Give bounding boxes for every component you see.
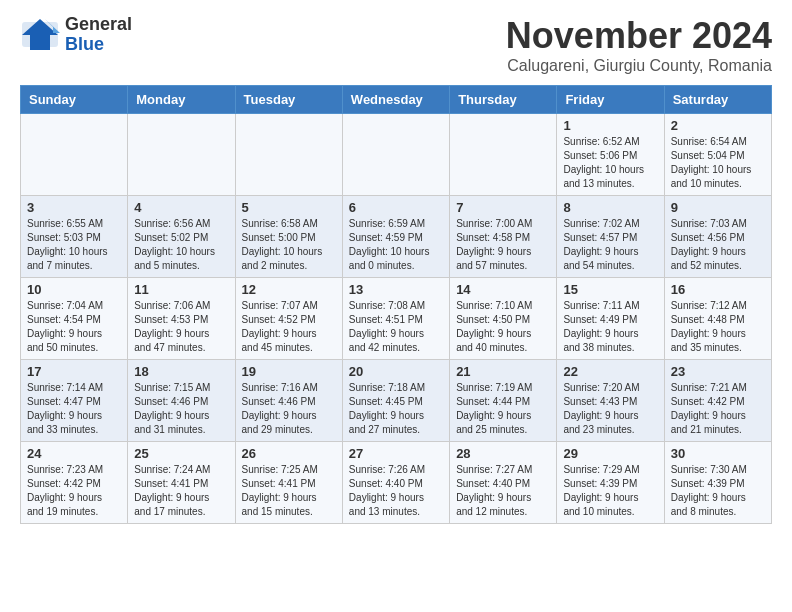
day-number: 14 <box>456 282 550 297</box>
day-info: Sunrise: 7:20 AM Sunset: 4:43 PM Dayligh… <box>563 381 657 437</box>
calendar-week: 3Sunrise: 6:55 AM Sunset: 5:03 PM Daylig… <box>21 196 772 278</box>
day-info: Sunrise: 7:00 AM Sunset: 4:58 PM Dayligh… <box>456 217 550 273</box>
calendar-cell: 30Sunrise: 7:30 AM Sunset: 4:39 PM Dayli… <box>664 442 771 524</box>
day-info: Sunrise: 7:03 AM Sunset: 4:56 PM Dayligh… <box>671 217 765 273</box>
title-section: November 2024 Calugareni, Giurgiu County… <box>506 15 772 75</box>
logo-line2: Blue <box>65 35 132 55</box>
calendar-cell: 24Sunrise: 7:23 AM Sunset: 4:42 PM Dayli… <box>21 442 128 524</box>
calendar-cell: 15Sunrise: 7:11 AM Sunset: 4:49 PM Dayli… <box>557 278 664 360</box>
calendar-cell: 21Sunrise: 7:19 AM Sunset: 4:44 PM Dayli… <box>450 360 557 442</box>
calendar-cell: 10Sunrise: 7:04 AM Sunset: 4:54 PM Dayli… <box>21 278 128 360</box>
day-number: 18 <box>134 364 228 379</box>
day-info: Sunrise: 7:24 AM Sunset: 4:41 PM Dayligh… <box>134 463 228 519</box>
day-number: 17 <box>27 364 121 379</box>
logo-text: General Blue <box>65 15 132 55</box>
day-number: 24 <box>27 446 121 461</box>
day-info: Sunrise: 7:12 AM Sunset: 4:48 PM Dayligh… <box>671 299 765 355</box>
weekday-header: Monday <box>128 86 235 114</box>
calendar-week: 1Sunrise: 6:52 AM Sunset: 5:06 PM Daylig… <box>21 114 772 196</box>
day-number: 9 <box>671 200 765 215</box>
calendar-cell: 13Sunrise: 7:08 AM Sunset: 4:51 PM Dayli… <box>342 278 449 360</box>
day-number: 7 <box>456 200 550 215</box>
day-info: Sunrise: 6:52 AM Sunset: 5:06 PM Dayligh… <box>563 135 657 191</box>
day-info: Sunrise: 7:07 AM Sunset: 4:52 PM Dayligh… <box>242 299 336 355</box>
calendar-cell: 18Sunrise: 7:15 AM Sunset: 4:46 PM Dayli… <box>128 360 235 442</box>
calendar-week: 24Sunrise: 7:23 AM Sunset: 4:42 PM Dayli… <box>21 442 772 524</box>
day-number: 15 <box>563 282 657 297</box>
day-number: 10 <box>27 282 121 297</box>
calendar-cell: 9Sunrise: 7:03 AM Sunset: 4:56 PM Daylig… <box>664 196 771 278</box>
day-info: Sunrise: 7:23 AM Sunset: 4:42 PM Dayligh… <box>27 463 121 519</box>
day-info: Sunrise: 7:30 AM Sunset: 4:39 PM Dayligh… <box>671 463 765 519</box>
day-info: Sunrise: 7:14 AM Sunset: 4:47 PM Dayligh… <box>27 381 121 437</box>
weekday-header-row: SundayMondayTuesdayWednesdayThursdayFrid… <box>21 86 772 114</box>
day-number: 21 <box>456 364 550 379</box>
day-info: Sunrise: 7:18 AM Sunset: 4:45 PM Dayligh… <box>349 381 443 437</box>
calendar-cell: 6Sunrise: 6:59 AM Sunset: 4:59 PM Daylig… <box>342 196 449 278</box>
calendar-cell: 12Sunrise: 7:07 AM Sunset: 4:52 PM Dayli… <box>235 278 342 360</box>
day-info: Sunrise: 7:21 AM Sunset: 4:42 PM Dayligh… <box>671 381 765 437</box>
location: Calugareni, Giurgiu County, Romania <box>506 57 772 75</box>
month-title: November 2024 <box>506 15 772 57</box>
day-info: Sunrise: 7:15 AM Sunset: 4:46 PM Dayligh… <box>134 381 228 437</box>
calendar-cell <box>128 114 235 196</box>
day-number: 26 <box>242 446 336 461</box>
day-info: Sunrise: 6:59 AM Sunset: 4:59 PM Dayligh… <box>349 217 443 273</box>
weekday-header: Wednesday <box>342 86 449 114</box>
logo-icon <box>20 17 60 52</box>
day-info: Sunrise: 7:27 AM Sunset: 4:40 PM Dayligh… <box>456 463 550 519</box>
calendar-cell: 16Sunrise: 7:12 AM Sunset: 4:48 PM Dayli… <box>664 278 771 360</box>
day-number: 28 <box>456 446 550 461</box>
calendar-cell: 23Sunrise: 7:21 AM Sunset: 4:42 PM Dayli… <box>664 360 771 442</box>
logo-line1: General <box>65 15 132 35</box>
calendar-cell: 2Sunrise: 6:54 AM Sunset: 5:04 PM Daylig… <box>664 114 771 196</box>
day-number: 27 <box>349 446 443 461</box>
day-number: 3 <box>27 200 121 215</box>
day-info: Sunrise: 7:02 AM Sunset: 4:57 PM Dayligh… <box>563 217 657 273</box>
day-info: Sunrise: 6:58 AM Sunset: 5:00 PM Dayligh… <box>242 217 336 273</box>
day-number: 6 <box>349 200 443 215</box>
calendar-week: 17Sunrise: 7:14 AM Sunset: 4:47 PM Dayli… <box>21 360 772 442</box>
calendar-cell: 29Sunrise: 7:29 AM Sunset: 4:39 PM Dayli… <box>557 442 664 524</box>
day-number: 13 <box>349 282 443 297</box>
day-info: Sunrise: 6:56 AM Sunset: 5:02 PM Dayligh… <box>134 217 228 273</box>
day-number: 16 <box>671 282 765 297</box>
day-info: Sunrise: 7:10 AM Sunset: 4:50 PM Dayligh… <box>456 299 550 355</box>
day-number: 23 <box>671 364 765 379</box>
day-info: Sunrise: 6:55 AM Sunset: 5:03 PM Dayligh… <box>27 217 121 273</box>
calendar-cell <box>21 114 128 196</box>
day-number: 29 <box>563 446 657 461</box>
day-number: 8 <box>563 200 657 215</box>
day-info: Sunrise: 6:54 AM Sunset: 5:04 PM Dayligh… <box>671 135 765 191</box>
calendar-cell: 4Sunrise: 6:56 AM Sunset: 5:02 PM Daylig… <box>128 196 235 278</box>
calendar-cell: 17Sunrise: 7:14 AM Sunset: 4:47 PM Dayli… <box>21 360 128 442</box>
calendar-cell: 3Sunrise: 6:55 AM Sunset: 5:03 PM Daylig… <box>21 196 128 278</box>
day-info: Sunrise: 7:04 AM Sunset: 4:54 PM Dayligh… <box>27 299 121 355</box>
day-info: Sunrise: 7:16 AM Sunset: 4:46 PM Dayligh… <box>242 381 336 437</box>
calendar-cell: 26Sunrise: 7:25 AM Sunset: 4:41 PM Dayli… <box>235 442 342 524</box>
calendar-cell: 11Sunrise: 7:06 AM Sunset: 4:53 PM Dayli… <box>128 278 235 360</box>
calendar-cell: 8Sunrise: 7:02 AM Sunset: 4:57 PM Daylig… <box>557 196 664 278</box>
day-number: 30 <box>671 446 765 461</box>
weekday-header: Sunday <box>21 86 128 114</box>
weekday-header: Saturday <box>664 86 771 114</box>
header: General Blue November 2024 Calugareni, G… <box>20 15 772 75</box>
day-number: 11 <box>134 282 228 297</box>
weekday-header: Friday <box>557 86 664 114</box>
calendar-cell: 5Sunrise: 6:58 AM Sunset: 5:00 PM Daylig… <box>235 196 342 278</box>
calendar: SundayMondayTuesdayWednesdayThursdayFrid… <box>20 85 772 524</box>
page: General Blue November 2024 Calugareni, G… <box>0 0 792 539</box>
calendar-cell: 19Sunrise: 7:16 AM Sunset: 4:46 PM Dayli… <box>235 360 342 442</box>
day-info: Sunrise: 7:19 AM Sunset: 4:44 PM Dayligh… <box>456 381 550 437</box>
day-info: Sunrise: 7:08 AM Sunset: 4:51 PM Dayligh… <box>349 299 443 355</box>
calendar-cell: 22Sunrise: 7:20 AM Sunset: 4:43 PM Dayli… <box>557 360 664 442</box>
day-info: Sunrise: 7:11 AM Sunset: 4:49 PM Dayligh… <box>563 299 657 355</box>
weekday-header: Tuesday <box>235 86 342 114</box>
calendar-cell: 7Sunrise: 7:00 AM Sunset: 4:58 PM Daylig… <box>450 196 557 278</box>
calendar-cell: 27Sunrise: 7:26 AM Sunset: 4:40 PM Dayli… <box>342 442 449 524</box>
calendar-cell: 20Sunrise: 7:18 AM Sunset: 4:45 PM Dayli… <box>342 360 449 442</box>
logo: General Blue <box>20 15 132 55</box>
calendar-cell: 1Sunrise: 6:52 AM Sunset: 5:06 PM Daylig… <box>557 114 664 196</box>
day-number: 4 <box>134 200 228 215</box>
calendar-cell <box>235 114 342 196</box>
